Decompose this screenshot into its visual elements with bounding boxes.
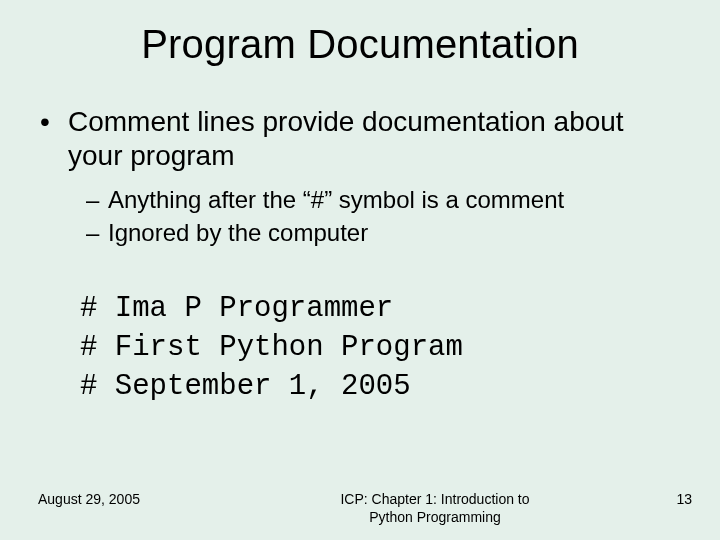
- slide-footer: August 29, 2005 ICP: Chapter 1: Introduc…: [0, 491, 720, 526]
- slide: Program Documentation • Comment lines pr…: [0, 0, 720, 540]
- code-example: # Ima P Programmer # First Python Progra…: [80, 289, 680, 406]
- bullet-text: Comment lines provide documentation abou…: [68, 105, 680, 172]
- sub-bullet-list: – Anything after the “#” symbol is a com…: [86, 184, 680, 249]
- footer-page-number: 13: [632, 491, 692, 507]
- bullet-level-1: • Comment lines provide documentation ab…: [40, 105, 680, 172]
- code-line: # September 1, 2005: [80, 367, 680, 406]
- footer-date: August 29, 2005: [38, 491, 238, 507]
- footer-title-line: ICP: Chapter 1: Introduction to: [340, 491, 529, 507]
- bullet-dot-icon: •: [40, 105, 68, 172]
- code-line: # Ima P Programmer: [80, 289, 680, 328]
- footer-title-line: Python Programming: [369, 509, 501, 525]
- slide-body: • Comment lines provide documentation ab…: [0, 67, 720, 406]
- code-line: # First Python Program: [80, 328, 680, 367]
- bullet-dash-icon: –: [86, 217, 108, 249]
- sub-bullet-text: Anything after the “#” symbol is a comme…: [108, 184, 564, 216]
- sub-bullet-text: Ignored by the computer: [108, 217, 368, 249]
- bullet-dash-icon: –: [86, 184, 108, 216]
- bullet-level-2: – Anything after the “#” symbol is a com…: [86, 184, 680, 216]
- footer-title: ICP: Chapter 1: Introduction to Python P…: [238, 491, 632, 526]
- bullet-level-2: – Ignored by the computer: [86, 217, 680, 249]
- slide-title: Program Documentation: [0, 0, 720, 67]
